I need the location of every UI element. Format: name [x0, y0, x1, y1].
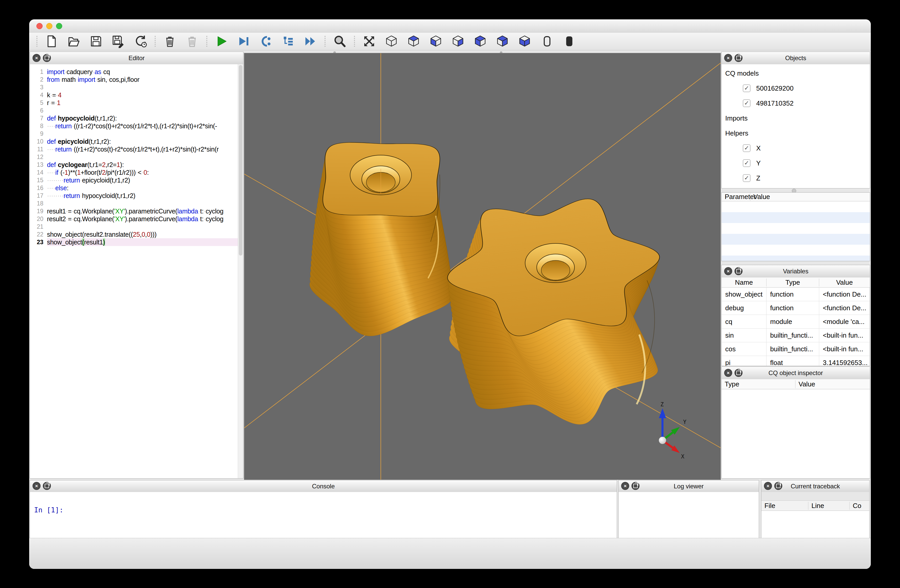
- scrollbar-thumb[interactable]: [239, 65, 242, 256]
- save-as-button[interactable]: [111, 34, 126, 48]
- view-left-button[interactable]: [495, 34, 510, 48]
- code-line[interactable]: 15········return·epicycloid(t,r1,r2): [30, 176, 238, 184]
- variable-cell[interactable]: cq: [722, 315, 767, 328]
- code-line[interactable]: 3: [30, 83, 238, 91]
- variable-row[interactable]: debugfunction<function De...: [722, 301, 870, 315]
- column-header-type[interactable]: Type: [767, 279, 819, 287]
- variable-cell[interactable]: <module 'ca...: [819, 315, 870, 328]
- variable-cell[interactable]: function: [767, 301, 819, 315]
- variable-cell[interactable]: builtin_functi...: [767, 329, 819, 342]
- view-back-button[interactable]: [473, 34, 487, 48]
- variable-row[interactable]: sinbuiltin_functi...<built-in fun...: [722, 329, 870, 342]
- variable-row[interactable]: show_objectfunction<function De...: [722, 287, 870, 301]
- fit-all-button[interactable]: [362, 34, 376, 48]
- code-line[interactable]: 6: [30, 107, 238, 114]
- code-line[interactable]: 9: [30, 130, 238, 138]
- variable-cell[interactable]: <built-in fun...: [819, 329, 870, 342]
- viewport-3d[interactable]: Z Y X: [244, 53, 721, 480]
- shaded-button[interactable]: [562, 34, 576, 48]
- variable-cell[interactable]: function: [767, 287, 819, 301]
- wireframe-button[interactable]: [540, 34, 554, 48]
- objects-tree-item[interactable]: ✓4981710352: [725, 96, 870, 111]
- code-line[interactable]: 14····if·(-1)**(1+floor(t/2/pi*(r1/r2)))…: [30, 169, 238, 176]
- float-panel-icon[interactable]: [774, 482, 782, 490]
- float-panel-icon[interactable]: [734, 54, 743, 62]
- variable-cell[interactable]: <function De...: [819, 301, 870, 315]
- view-iso-button[interactable]: [384, 34, 399, 48]
- save-button[interactable]: [89, 34, 103, 48]
- code-line[interactable]: 2from·math·import·sin,·cos,pi,floor: [30, 76, 238, 83]
- traceback-content[interactable]: [761, 511, 869, 538]
- render-button[interactable]: [214, 34, 229, 48]
- fit-view-button[interactable]: [332, 34, 347, 48]
- variable-cell[interactable]: <built-in fun...: [819, 342, 870, 356]
- variable-cell[interactable]: sin: [722, 329, 767, 342]
- view-front-button[interactable]: [451, 34, 465, 48]
- column-header-value[interactable]: Value: [819, 279, 870, 287]
- close-panel-icon[interactable]: ×: [724, 369, 732, 377]
- close-window-button[interactable]: [36, 23, 43, 29]
- checkbox[interactable]: ✓: [743, 99, 751, 107]
- variable-cell[interactable]: 3.141592653...: [819, 356, 870, 366]
- view-top-button[interactable]: [407, 34, 421, 48]
- variable-cell[interactable]: builtin_functi...: [767, 342, 819, 356]
- float-panel-icon[interactable]: [43, 54, 51, 62]
- continue-button[interactable]: [303, 34, 318, 48]
- checkbox[interactable]: ✓: [743, 159, 751, 167]
- reload-button[interactable]: [133, 34, 148, 48]
- code-line[interactable]: 16····else:: [30, 184, 238, 192]
- variable-row[interactable]: cosbuiltin_functi...<built-in fun...: [722, 342, 870, 356]
- code-line[interactable]: 19result1·=·cq.Workplane('XY').parametri…: [30, 207, 238, 215]
- delete-all-button[interactable]: [185, 34, 199, 48]
- checkbox[interactable]: ✓: [743, 174, 751, 182]
- toolbar-grip[interactable]: [36, 36, 37, 47]
- objects-tree-item[interactable]: ✓5001629200: [725, 81, 870, 96]
- variable-row[interactable]: cqmodule<module 'ca...: [722, 315, 870, 329]
- column-header-name[interactable]: Name: [722, 279, 767, 287]
- objects-tree-item[interactable]: Helpers: [725, 126, 870, 141]
- close-panel-icon[interactable]: ×: [33, 482, 40, 490]
- code-line[interactable]: 17········return·hypocycloid(t,r1,r2): [30, 192, 238, 200]
- code-line[interactable]: 20result2·=·cq.Workplane('XY').parametri…: [30, 215, 238, 223]
- parameter-row[interactable]: [722, 234, 870, 245]
- new-file-button[interactable]: [44, 34, 59, 48]
- debug-button[interactable]: [236, 34, 251, 48]
- objects-tree-item[interactable]: Imports: [725, 111, 870, 126]
- column-header-file[interactable]: File: [761, 502, 808, 510]
- code-line[interactable]: 1import·cadquery·as·cq: [30, 68, 238, 76]
- variable-cell[interactable]: show_object: [722, 287, 767, 301]
- float-panel-icon[interactable]: [734, 267, 743, 275]
- code-line[interactable]: 8····return·((r1-r2)*cos(t)+r2*cos(r1/r2…: [30, 122, 238, 130]
- objects-tree-item[interactable]: ✓X: [725, 141, 870, 156]
- variable-cell[interactable]: float: [767, 356, 819, 366]
- view-bottom-button[interactable]: [428, 34, 443, 48]
- code-line[interactable]: 18: [30, 200, 238, 207]
- parameter-row[interactable]: [722, 223, 870, 234]
- close-panel-icon[interactable]: ×: [33, 54, 40, 62]
- objects-tree-item[interactable]: ✓Y: [725, 156, 870, 171]
- parameter-row[interactable]: [722, 201, 870, 212]
- step-into-button[interactable]: [281, 34, 295, 48]
- float-panel-icon[interactable]: [632, 482, 639, 490]
- objects-tree-item[interactable]: CQ models: [725, 66, 870, 81]
- close-panel-icon[interactable]: ×: [764, 482, 772, 490]
- code-line[interactable]: 11····return·((r1+r2)*cos(t)-r2*cos(r1/r…: [30, 145, 238, 153]
- code-line[interactable]: 22show_object(result2.translate((25,0,0)…: [30, 231, 238, 238]
- column-header-type[interactable]: Type: [722, 380, 795, 388]
- zoom-window-button[interactable]: [56, 23, 62, 29]
- variable-cell[interactable]: <function De...: [819, 287, 870, 301]
- code-line[interactable]: 10def·epicycloid(t,r1,r2):: [30, 138, 238, 145]
- column-header-parameter[interactable]: Parameter: [722, 193, 750, 201]
- column-header-code[interactable]: Co: [850, 502, 861, 510]
- code-line[interactable]: 4k·=·4: [30, 91, 238, 99]
- variable-cell[interactable]: cos: [722, 342, 767, 356]
- float-panel-icon[interactable]: [43, 482, 51, 490]
- code-line[interactable]: 7def·hypocycloid(t,r1,r2):: [30, 114, 238, 122]
- code-line[interactable]: 23show_object(result1): [30, 238, 238, 246]
- parameter-row[interactable]: [722, 212, 870, 223]
- column-header-value[interactable]: Value: [795, 380, 815, 388]
- view-right-button[interactable]: [517, 34, 532, 48]
- parameter-row[interactable]: [722, 245, 870, 256]
- console-output[interactable]: In [1]:: [30, 492, 617, 538]
- checkbox[interactable]: ✓: [743, 144, 751, 152]
